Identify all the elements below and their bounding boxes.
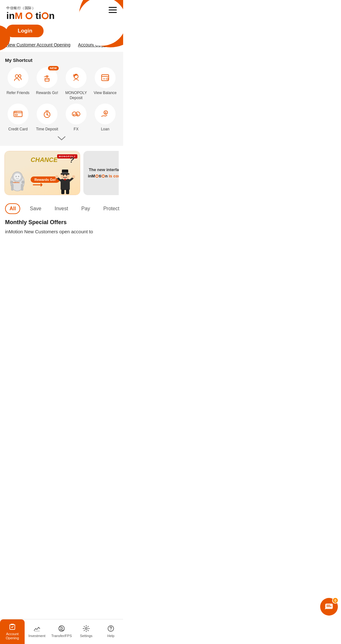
svg-rect-10: [15, 114, 18, 116]
svg-rect-40: [61, 189, 64, 194]
svg-point-37: [66, 175, 67, 176]
refer-friends-label: Refer Friends: [7, 91, 30, 96]
monthly-offers-title: Monthly Special Offers: [5, 219, 118, 226]
rewards-go-label: Rewards Go!: [36, 91, 58, 96]
astronaut-illustration: inMotion: [5, 165, 29, 195]
credit-card-icon-wrap: [8, 104, 28, 124]
new-customer-link[interactable]: New Customer Account Opening: [6, 42, 70, 47]
time-deposit-icon: [42, 109, 52, 119]
new-interface-text: The new interface of inMtin is coming!: [88, 167, 119, 179]
svg-text:$: $: [105, 111, 106, 114]
loan-label: Loan: [101, 127, 110, 132]
question-mark: ?: [69, 156, 74, 164]
shortcut-credit-card[interactable]: Credit Card: [5, 104, 31, 132]
tab-protect[interactable]: Protect: [99, 204, 123, 213]
fx-icon: ¥ $: [71, 109, 81, 119]
loan-icon-wrap: $: [95, 104, 116, 124]
credit-card-label: Credit Card: [8, 127, 27, 132]
svg-text:¥: ¥: [73, 113, 75, 116]
shortcuts-grid: Refer Friends NEW Rewards Go!: [5, 67, 118, 132]
svg-point-36: [63, 175, 64, 176]
shortcut-fx[interactable]: ¥ $ FX: [63, 104, 89, 132]
logo-circle-o2: [42, 12, 49, 19]
tab-all[interactable]: All: [5, 203, 20, 214]
shortcuts-title: My Shortcut: [5, 57, 118, 63]
monopoly-man-illustration: [55, 166, 75, 195]
svg-rect-24: [11, 184, 14, 191]
svg-point-12: [16, 112, 17, 113]
svg-point-8: [107, 78, 109, 80]
svg-point-23: [14, 173, 21, 180]
monopoly-logo: MONOPOLY: [57, 154, 77, 158]
shortcut-rewards-go[interactable]: NEW Rewards Go!: [34, 67, 60, 100]
svg-rect-25: [21, 184, 23, 191]
monopoly-deposit-icon-wrap: [66, 67, 87, 88]
svg-point-11: [15, 112, 16, 113]
shortcut-time-deposit[interactable]: Time Deposit: [34, 104, 60, 132]
view-balance-label: View Balance: [94, 91, 117, 96]
svg-rect-5: [75, 74, 77, 75]
credit-card-icon: [13, 109, 23, 119]
banner-section: MONOPOLY CHANCE ? inMotion Rewards: [0, 146, 123, 200]
rewards-go-icon-wrap: NEW: [37, 67, 57, 88]
menu-icon[interactable]: [109, 7, 117, 13]
monopoly-deposit-label: MONOPOLY Deposit: [63, 91, 89, 100]
tab-save[interactable]: Save: [26, 204, 45, 213]
svg-point-38: [55, 175, 58, 178]
svg-rect-6: [74, 75, 78, 76]
monopoly-deposit-icon: [71, 72, 81, 83]
rewards-go-icon: [42, 72, 52, 83]
svg-point-1: [19, 75, 21, 77]
new-interface-banner[interactable]: The new interface of inMtin is coming!: [83, 151, 119, 195]
shortcuts-expand-button[interactable]: [5, 132, 118, 143]
shortcut-loan[interactable]: $ Loan: [92, 104, 118, 132]
svg-point-0: [15, 75, 18, 78]
time-deposit-label: Time Deposit: [36, 127, 58, 132]
svg-rect-31: [61, 179, 70, 190]
shortcut-refer-friends[interactable]: Refer Friends: [5, 67, 31, 100]
banner-arrow: ⟶: [33, 181, 43, 189]
svg-rect-2: [45, 78, 49, 81]
svg-rect-35: [62, 173, 68, 173]
tab-invest[interactable]: Invest: [51, 204, 72, 213]
time-deposit-icon-wrap: [37, 104, 57, 124]
chevron-down-icon: [57, 136, 66, 141]
svg-text:$: $: [77, 113, 79, 116]
login-button[interactable]: Login: [6, 25, 44, 37]
rewards-go-banner[interactable]: MONOPOLY CHANCE ? inMotion Rewards: [4, 151, 80, 195]
svg-point-30: [18, 176, 19, 177]
svg-point-39: [72, 175, 75, 178]
logo-circle-o1: [26, 12, 33, 19]
svg-text:inMotion: inMotion: [13, 182, 20, 183]
monthly-offers-subtitle: inMotion New Customers open account to: [5, 228, 118, 236]
shortcut-view-balance[interactable]: View Balance: [92, 67, 118, 100]
header: 中信银行（国际） inM tin Login New Customer Acco…: [0, 0, 123, 52]
svg-point-27: [21, 181, 25, 184]
tab-pay[interactable]: Pay: [78, 204, 94, 213]
shortcut-monopoly-deposit[interactable]: MONOPOLY Deposit: [63, 67, 89, 100]
loan-icon: $: [100, 109, 111, 119]
refer-friends-icon-wrap: [8, 67, 28, 88]
view-balance-icon-wrap: [95, 67, 116, 88]
refer-friends-icon: [13, 72, 23, 83]
svg-rect-41: [66, 189, 69, 194]
filter-tabs: All Save Invest Pay Protect: [0, 200, 123, 216]
logo-dot-m: M: [15, 10, 23, 21]
shortcuts-section: My Shortcut Refer Friends NEW: [0, 52, 123, 146]
fx-label: FX: [74, 127, 78, 132]
view-balance-icon: [100, 72, 111, 83]
fx-icon-wrap: ¥ $: [66, 104, 87, 124]
content-section: Monthly Special Offers inMotion New Cust…: [0, 216, 123, 239]
svg-point-14: [46, 114, 48, 115]
chance-text: CHANCE: [31, 156, 58, 164]
svg-point-29: [15, 176, 17, 177]
banner-scroll[interactable]: MONOPOLY CHANCE ? inMotion Rewards: [4, 151, 119, 195]
svg-rect-34: [61, 173, 69, 175]
new-badge: NEW: [48, 66, 59, 70]
